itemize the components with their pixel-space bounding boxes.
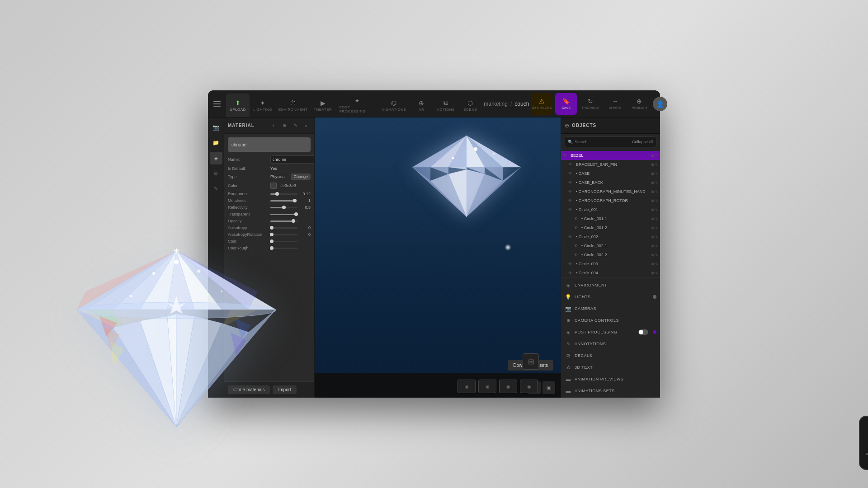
scene-item-animation-previews[interactable]: ▬ ANIMATION PREVIEWS	[561, 373, 660, 385]
share-button[interactable]: → Share	[604, 93, 626, 115]
objects-panel-icon: ⊕	[565, 122, 569, 129]
svg-marker-43	[104, 328, 120, 350]
obj-item-circle001[interactable]: 👁 • Circle_001 ⊞✎	[561, 205, 660, 214]
camera-view-btn[interactable]: ◉	[542, 381, 555, 394]
obj-item-case[interactable]: 👁 • CASE ⊞✎	[561, 169, 660, 178]
obj-item-circle002-2[interactable]: 👁 • Circle_002-2 ⊞✎	[561, 250, 660, 259]
nav-tab-post-processing[interactable]: ✦ Post Processing	[336, 94, 378, 117]
clone-materials-btn[interactable]: Clone materials	[228, 385, 270, 394]
scene-item-camera-controls[interactable]: ⊕ CAMERA CONTROLS	[561, 314, 660, 326]
coat-track[interactable]	[270, 241, 297, 242]
save-button[interactable]: 🔖 Save	[555, 93, 577, 115]
environment-icon: ⏱	[290, 99, 296, 107]
svg-marker-44	[111, 341, 124, 366]
obj-item-case-back[interactable]: 👁 • CASE_BACK ⊞✎	[561, 178, 660, 187]
material-copy-btn[interactable]: ⊕	[280, 121, 289, 130]
obj-item-circle001-1[interactable]: 👁 • Circle_001-1 ⊞✎	[561, 214, 660, 223]
scene-item-decals[interactable]: ⚙ DECALS	[561, 350, 660, 361]
material-edit-btn[interactable]: ✎	[291, 121, 300, 130]
right-panel: ⊕ OBJECTS 🔍 Collapse All 👁 BEZEL ⊞✎ 👁 BR…	[561, 117, 660, 398]
anisotropy-slider-row: Anisotropy 0	[228, 225, 311, 230]
obj-item-circle002[interactable]: 👁 • Circle_002 ⊞✎	[561, 232, 660, 241]
transparent-track[interactable]	[270, 214, 297, 215]
scene-item-post-processing[interactable]: ◈ POST PROCESSING	[561, 326, 660, 338]
coatrough-slider-row: CoatRough...	[228, 246, 311, 250]
nav-tab-theater[interactable]: ▶ Theater	[311, 94, 335, 117]
preview-button[interactable]: ↻ Preview	[580, 93, 601, 115]
opacity-track[interactable]	[270, 221, 297, 222]
objects-search-input[interactable]	[575, 140, 630, 144]
nav-tab-upload[interactable]: ⬆ Upload	[226, 94, 250, 117]
svg-marker-35	[140, 316, 176, 427]
icon-btn-camera[interactable]: 📷	[210, 121, 222, 134]
nav-tab-actions[interactable]: ⧉ Actions	[434, 94, 458, 117]
color-swatch[interactable]	[270, 183, 277, 189]
publish-button[interactable]: ⊕ Publish	[628, 93, 650, 115]
material-swatch[interactable]: chrome	[228, 137, 311, 152]
nav-tab-animations[interactable]: ⌬ Animations	[379, 94, 409, 117]
is-default-row: Is Default: Yes	[228, 166, 311, 171]
nav-tab-scene[interactable]: ⬡ Scene	[458, 94, 482, 117]
nav-tab-environment[interactable]: ⏱ Environment	[276, 94, 310, 117]
scene-item-cameras[interactable]: 📷 CAMERAS	[561, 303, 660, 314]
nav-tabs: ⬆ Upload ✦ Lighting ⏱ Environment ▶ Thea…	[226, 90, 482, 117]
obj-item-circle001-2[interactable]: 👁 • Circle_001-2 ⊞✎	[561, 223, 660, 232]
search-box: 🔍 Collapse All	[565, 136, 656, 147]
obj-name: BEZEL	[571, 153, 650, 158]
obj-item-bezel[interactable]: 👁 BEZEL ⊞✎	[561, 151, 660, 160]
metalness-label: Metalness	[228, 198, 269, 203]
metalness-track[interactable]	[270, 200, 297, 202]
obj-name: BRACELET_BAR_PIN	[576, 162, 650, 167]
camera-thumb-1[interactable]: ◉	[458, 380, 476, 393]
coatrough-track[interactable]	[270, 248, 297, 249]
opacity-slider-row: Opacity	[228, 219, 311, 223]
decals-icon: ⚙	[565, 353, 572, 359]
obj-item-chron-minutes[interactable]: 👁 • CHRONOGRAPH_MINUTES_HAND ⊞✎	[561, 187, 660, 196]
hamburger-button[interactable]	[212, 97, 222, 111]
camera-thumb-4[interactable]: ◉	[520, 380, 538, 393]
color-label: Color	[228, 183, 269, 188]
icon-btn-settings[interactable]: ⚙	[210, 167, 222, 180]
coat-slider-row: Coat	[228, 239, 311, 244]
icon-btn-folder[interactable]: 📁	[210, 136, 222, 149]
viewport: ⊞ ◉ ◉ ◉ ◉ ◉ Download Assets ⊞	[315, 117, 561, 398]
change-type-btn[interactable]: Change	[291, 174, 311, 180]
reflectivity-track[interactable]	[270, 207, 297, 208]
scene-item-3d-text[interactable]: A 3D TEXT	[561, 361, 660, 373]
material-delete-btn[interactable]: ×	[302, 121, 311, 130]
camera-thumb-3[interactable]: ◉	[499, 380, 517, 393]
scene-item-lights[interactable]: 💡 LIGHTS	[561, 291, 660, 303]
nav-tab-ar[interactable]: ⊕ AR	[410, 94, 433, 117]
camera-thumb-2[interactable]: ◉	[478, 380, 496, 393]
nav-tab-lighting[interactable]: ✦ Lighting	[250, 94, 275, 117]
obj-item-chron-rotor[interactable]: 👁 • CHRONOGRAPH_ROTOR ⊞✎	[561, 196, 660, 205]
svg-marker-14	[448, 167, 467, 169]
material-add-btn[interactable]: +	[269, 121, 278, 130]
obj-item-bracelet[interactable]: 👁 BRACELET_BAR_PIN ⊞✎	[561, 160, 660, 169]
eye-icon: 👁	[568, 235, 575, 239]
anisotropy-track[interactable]	[270, 227, 297, 229]
post-processing-toggle[interactable]	[638, 329, 648, 335]
checks-button[interactable]: ⚠ 3D Checks	[531, 93, 552, 115]
icon-btn-material[interactable]: ◈	[210, 152, 222, 164]
upload-label: Upload	[230, 108, 246, 112]
svg-point-20	[493, 153, 495, 155]
icon-btn-edit[interactable]: ✎	[210, 183, 222, 195]
scene-item-annotations[interactable]: ✎ ANNOTATIONS	[561, 338, 660, 350]
obj-name: • Circle_003	[576, 262, 650, 266]
scene-item-animations-sets[interactable]: ▬ ANIMATIONS SETS	[561, 385, 660, 397]
anisotropy-rotation-track[interactable]	[270, 234, 297, 235]
avatar[interactable]: 👤	[653, 97, 667, 111]
cameras-label: CAMERAS	[575, 306, 656, 311]
import-btn[interactable]: Import	[273, 385, 296, 394]
top-right-actions: ⚠ 3D Checks 🔖 Save ↻ Preview → Share ⊕ P…	[531, 93, 667, 115]
obj-item-circle003[interactable]: 👁 • Circle_003 ⊞✎	[561, 259, 660, 268]
qr-code-btn[interactable]: ⊞	[523, 353, 539, 370]
obj-item-circle004[interactable]: 👁 • Circle_004 ⊞✎	[561, 268, 660, 276]
scene-item-environment[interactable]: ◈ ENVIRONMENT	[561, 279, 660, 291]
3d-text-icon: A	[565, 365, 572, 370]
collapse-all-btn[interactable]: Collapse All	[632, 140, 653, 144]
obj-item-circle002-1[interactable]: 👁 • Circle_002-1 ⊞✎	[561, 241, 660, 250]
roughness-track[interactable]	[270, 193, 297, 195]
name-input[interactable]	[270, 155, 314, 164]
